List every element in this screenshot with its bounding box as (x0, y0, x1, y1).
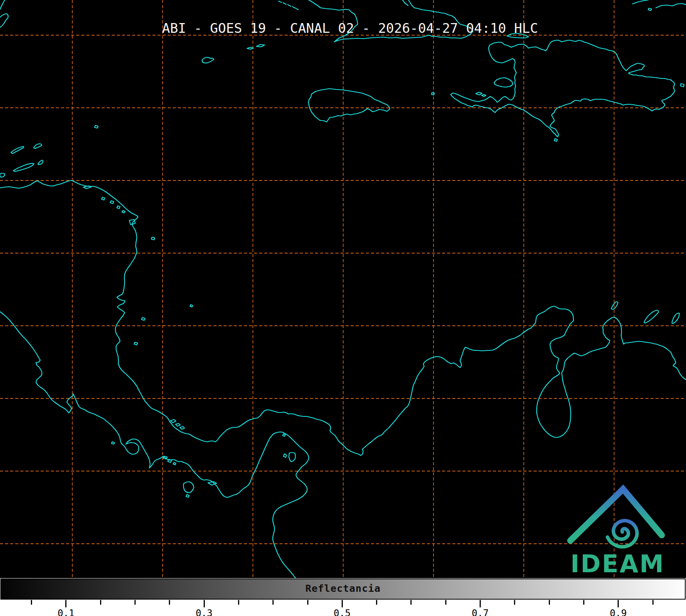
colorbar-minor-tick (445, 600, 446, 605)
colorbar-tick-label: 0.7 (472, 608, 489, 616)
colorbar-minor-tick (652, 600, 654, 605)
colorbar-tick-label: 0.9 (610, 608, 627, 616)
colorbar-area: Reflectancia 0.10.30.50.70.9 (0, 578, 686, 616)
colorbar-major-tick (480, 600, 481, 607)
colorbar-minor-tick (410, 600, 412, 605)
colorbar-gradient: Reflectancia (0, 579, 686, 600)
satellite-map: ABI - GOES 19 - CANAL 02 - 2026-04-27 04… (0, 0, 686, 578)
colorbar-tick-label: 0.5 (334, 608, 351, 616)
colorbar-tick-label: 0.1 (57, 608, 74, 616)
colorbar-minor-tick (169, 600, 170, 605)
colorbar-minor-tick (100, 600, 101, 605)
colorbar-major-tick (204, 600, 205, 607)
colorbar-minor-tick (549, 600, 550, 605)
colorbar-minor-tick (514, 600, 515, 605)
colorbar-minor-tick (583, 600, 584, 605)
colorbar-major-tick (65, 600, 66, 607)
image-title: ABI - GOES 19 - CANAL 02 - 2026-04-27 04… (162, 20, 538, 36)
colorbar-minor-tick (238, 600, 239, 605)
colorbar-minor-tick (376, 600, 377, 605)
satellite-image-viewer: ABI - GOES 19 - CANAL 02 - 2026-04-27 04… (0, 0, 686, 616)
colorbar-minor-tick (134, 600, 136, 605)
colorbar-minor-tick (31, 600, 32, 605)
colorbar-major-tick (342, 600, 343, 607)
colorbar-minor-tick (272, 600, 274, 605)
colorbar-axis: 0.10.30.50.70.9 (0, 599, 686, 616)
colorbar-tick-label: 0.3 (195, 608, 212, 616)
colorbar-label: Reflectancia (305, 583, 381, 594)
ideam-logo: IDEAM (559, 480, 676, 578)
colorbar-major-tick (618, 600, 619, 607)
ideam-logo-text: IDEAM (570, 550, 665, 578)
colorbar-minor-tick (307, 600, 308, 605)
